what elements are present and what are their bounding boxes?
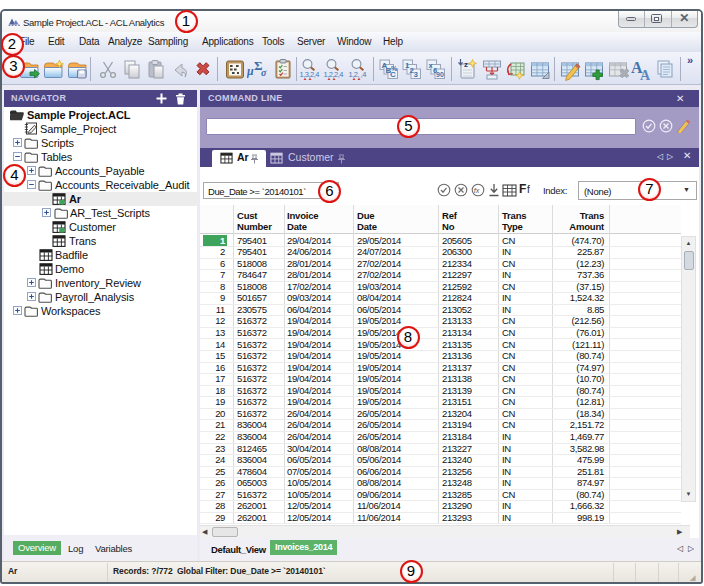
svg-text:fx: fx — [474, 187, 480, 194]
svg-text:3: 3 — [414, 70, 419, 79]
svg-text:σ: σ — [261, 67, 267, 78]
svg-text:z: z — [464, 60, 468, 69]
svg-text:1,2,2,4: 1,2,2,4 — [324, 70, 344, 79]
svg-text:μ: μ — [247, 64, 254, 78]
svg-text:A: A — [640, 68, 651, 83]
svg-text:90: 90 — [436, 71, 444, 78]
svg-text:1,2, ,4: 1,2, ,4 — [349, 70, 367, 79]
svg-text:1,3,2,4: 1,3,2,4 — [300, 70, 320, 79]
svg-text:C: C — [390, 70, 396, 79]
